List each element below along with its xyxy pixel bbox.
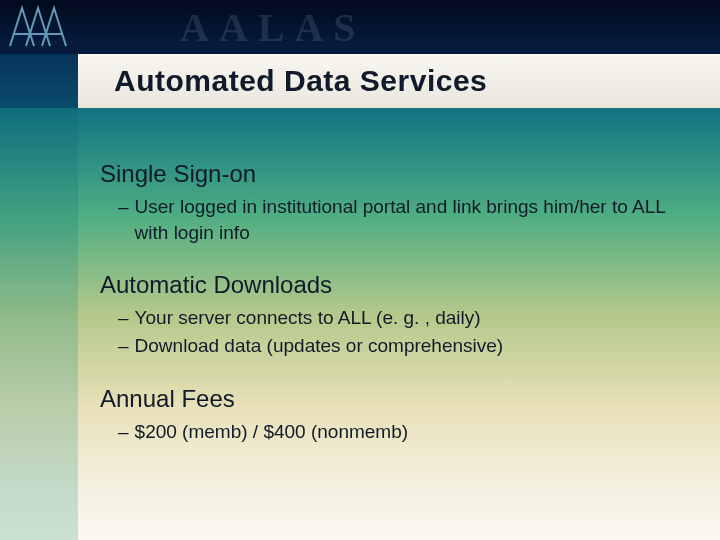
section-heading: Annual Fees — [100, 385, 680, 413]
bullet-text: Download data (updates or comprehensive) — [135, 333, 680, 359]
section-annual-fees: Annual Fees – $200 (memb) / $400 (nonmem… — [100, 385, 680, 445]
title-row: Automated Data Services — [0, 54, 720, 108]
dash-icon: – — [118, 333, 129, 359]
list-item: – User logged in institutional portal an… — [118, 194, 680, 245]
dash-icon: – — [118, 419, 129, 445]
section-automatic-downloads: Automatic Downloads – Your server connec… — [100, 271, 680, 358]
logo-icon — [4, 2, 74, 50]
header-band: AALAS — [0, 0, 720, 54]
header-ghost-text: AALAS — [180, 4, 366, 51]
content-area: Single Sign-on – User logged in institut… — [100, 130, 680, 510]
dash-icon: – — [118, 305, 129, 331]
dash-icon: – — [118, 194, 129, 220]
section-heading: Single Sign-on — [100, 160, 680, 188]
bullet-list: – User logged in institutional portal an… — [100, 194, 680, 245]
side-accent-bar — [0, 108, 78, 540]
list-item: – Your server connects to ALL (e. g. , d… — [118, 305, 680, 331]
slide-title: Automated Data Services — [78, 54, 720, 108]
section-single-sign-on: Single Sign-on – User logged in institut… — [100, 160, 680, 245]
bullet-text: User logged in institutional portal and … — [135, 194, 680, 245]
bullet-list: – Your server connects to ALL (e. g. , d… — [100, 305, 680, 358]
section-heading: Automatic Downloads — [100, 271, 680, 299]
slide: AALAS Automated Data Services Single Sig… — [0, 0, 720, 540]
bullet-text: $200 (memb) / $400 (nonmemb) — [135, 419, 680, 445]
bullet-text: Your server connects to ALL (e. g. , dai… — [135, 305, 680, 331]
list-item: – Download data (updates or comprehensiv… — [118, 333, 680, 359]
list-item: – $200 (memb) / $400 (nonmemb) — [118, 419, 680, 445]
bullet-list: – $200 (memb) / $400 (nonmemb) — [100, 419, 680, 445]
